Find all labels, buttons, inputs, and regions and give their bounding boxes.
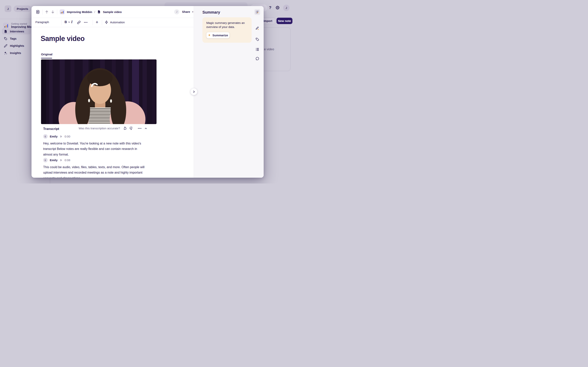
- collaborator-avatar[interactable]: J: [174, 9, 179, 14]
- italic-button[interactable]: I: [71, 20, 72, 24]
- project-kicker: Getting started: [11, 23, 34, 25]
- summary-list-sparkle-icon: [256, 10, 259, 14]
- sidebar-item-highlights[interactable]: Highlights: [2, 43, 31, 49]
- gear-icon: [275, 5, 280, 10]
- play-icon[interactable]: [60, 159, 62, 162]
- settings-gear-button[interactable]: [275, 5, 280, 10]
- chevron-down-icon: [68, 21, 70, 24]
- arrow-down-icon: [51, 10, 55, 14]
- chevron-right-icon: [192, 90, 196, 93]
- video-still: [41, 59, 156, 124]
- rail-tags-button[interactable]: [254, 36, 260, 42]
- tab-original[interactable]: Original: [41, 53, 52, 56]
- transcript-paragraph[interactable]: This could be audio, video, files, table…: [43, 165, 145, 178]
- tab-underline: [41, 58, 52, 58]
- magic-summary-card: Magic summary generates an overview of y…: [202, 17, 252, 43]
- document-icon: [4, 30, 7, 33]
- next-note-button[interactable]: [51, 10, 55, 15]
- speaker-avatar: E: [43, 134, 48, 139]
- header-divider: [57, 9, 57, 15]
- automation-button[interactable]: Automation: [105, 20, 125, 24]
- project-chart-icon[interactable]: [60, 9, 65, 14]
- editor-toolbar: Paragraph B I ••• +: [32, 18, 194, 27]
- editor-column: Improving Mobbin / Sample video J Share …: [32, 6, 194, 178]
- automation-label: Automation: [110, 21, 125, 24]
- transcript-header: Transcript Was this transcription accura…: [43, 126, 147, 132]
- workspace-avatar[interactable]: J: [5, 5, 11, 12]
- summarize-label: Summarize: [212, 33, 228, 37]
- background-column-divider: [50, 178, 50, 184]
- detailed-list-icon: [256, 48, 259, 51]
- play-icon[interactable]: [60, 135, 62, 138]
- sparkles-icon: [4, 51, 7, 55]
- sparkle-icon: [208, 34, 211, 37]
- transcript-feedback-prompt: Was this transcription accurate?: [78, 127, 120, 130]
- summarize-button[interactable]: Summarize: [206, 32, 230, 38]
- background-note-row[interactable]: e video: [264, 48, 274, 51]
- highlighter-icon: [4, 44, 7, 48]
- insert-block-button[interactable]: +: [96, 20, 98, 25]
- user-avatar[interactable]: J: [283, 5, 290, 11]
- toolbar-divider: [102, 20, 102, 25]
- transcript-heading: Transcript: [43, 127, 59, 131]
- highlighter-sparkle-icon: [256, 27, 259, 30]
- chat-bubble-icon: [256, 57, 259, 60]
- sidebar-item-label: Highlights: [10, 44, 24, 47]
- bold-button[interactable]: B: [65, 20, 67, 24]
- speaker-name: Emily: [50, 135, 58, 138]
- app-root: J Projects Invite ? J Getting started Im…: [0, 0, 294, 184]
- toolbar-divider: [61, 20, 62, 25]
- note-title[interactable]: Sample video: [41, 34, 85, 43]
- transcript-speaker-row: E Emily 0:00: [43, 134, 70, 139]
- toolbar-divider: [93, 20, 93, 25]
- share-button[interactable]: Share: [182, 10, 190, 13]
- help-button[interactable]: ?: [269, 5, 271, 10]
- sidebar-item-interviews[interactable]: Interviews: [2, 28, 31, 34]
- sidebar-item-label: Tags: [10, 37, 17, 40]
- panel-toggle-icon: [36, 10, 40, 14]
- magic-summary-description-line1: Magic summary generates an: [206, 21, 245, 25]
- link-button[interactable]: [77, 21, 81, 25]
- sidebar-item-label: Interviews: [10, 30, 24, 33]
- project-chart-icon: [3, 23, 9, 29]
- summary-heading: Summary: [202, 10, 220, 15]
- modal-header: Improving Mobbin / Sample video J Share …: [32, 6, 194, 18]
- tag-icon: [4, 37, 7, 40]
- transcript-more-button[interactable]: •••: [138, 127, 142, 130]
- sidebar-item-insights[interactable]: Insights: [2, 50, 31, 56]
- projects-button[interactable]: Projects: [14, 5, 31, 12]
- timestamp[interactable]: 0:00: [65, 135, 70, 138]
- block-type-value: Paragraph: [35, 20, 49, 24]
- sidebar-project[interactable]: Getting started Improving Mob: [3, 23, 34, 29]
- breadcrumb-project[interactable]: Improving Mobbin: [67, 10, 92, 14]
- rail-detail-list-button[interactable]: [254, 46, 260, 52]
- note-modal: Improving Mobbin / Sample video J Share …: [32, 6, 264, 178]
- more-formatting-button[interactable]: •••: [84, 21, 88, 24]
- collapse-chevron-up-icon[interactable]: [144, 127, 147, 130]
- transcript-paragraph[interactable]: Hey, welcome to Dovetail. You're looking…: [43, 141, 141, 157]
- summary-panel: Summary Magic summary generates an overv…: [194, 6, 264, 178]
- timestamp[interactable]: 0:08: [65, 158, 70, 162]
- rail-magic-highlight-button[interactable]: [254, 25, 260, 31]
- rail-magic-summary-button[interactable]: [254, 9, 260, 15]
- arrow-up-icon: [45, 10, 49, 14]
- note-body: Sample video Original: [32, 27, 194, 178]
- toggle-sidebar-button[interactable]: [36, 10, 40, 15]
- new-note-button[interactable]: New note: [277, 18, 293, 24]
- collapse-panel-button[interactable]: [190, 88, 197, 95]
- link-icon: [77, 21, 81, 24]
- sidebar-item-tags[interactable]: Tags: [2, 35, 31, 42]
- rail-comments-button[interactable]: [254, 56, 260, 61]
- breadcrumb-note[interactable]: Sample video: [103, 10, 122, 14]
- sidebar-item-label: Insights: [10, 51, 21, 55]
- transcript-section: Transcript Was this transcription accura…: [43, 126, 147, 132]
- video-player[interactable]: [41, 59, 156, 124]
- breadcrumb: Improving Mobbin / Sample video: [60, 9, 122, 14]
- document-icon: [97, 10, 101, 14]
- prev-note-button[interactable]: [45, 10, 49, 15]
- speaker-name: Emily: [50, 158, 58, 162]
- lightning-icon: [105, 20, 108, 24]
- thumbs-up-icon[interactable]: [123, 126, 127, 130]
- thumbs-down-icon[interactable]: [129, 126, 133, 130]
- tag-icon: [256, 37, 259, 41]
